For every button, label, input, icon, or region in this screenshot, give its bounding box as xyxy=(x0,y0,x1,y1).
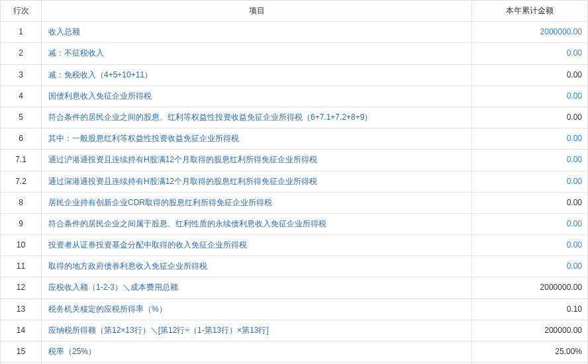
row-item: 税务机关核定的应税所得率（%） xyxy=(42,298,472,320)
table-row: 7.1通过沪港通投资且连续持有H股满12个月取得的股息红利所得免征企业所得税0.… xyxy=(1,150,588,171)
row-amount: 0.00 xyxy=(472,192,588,213)
row-item: 减：不征税收入 xyxy=(42,43,472,64)
row-item: 取得的地方政府债券利息收入免征企业所得税 xyxy=(42,256,472,277)
row-number: 13 xyxy=(1,298,42,320)
row-number: 5 xyxy=(1,107,42,128)
row-item: 减：免税收入（4+5+10+11） xyxy=(42,64,472,85)
row-number: 8 xyxy=(1,192,42,213)
row-number: 3 xyxy=(1,64,42,85)
row-number: 14 xyxy=(1,320,42,341)
row-item: 符合条件的居民企业之间属于股息、红利性质的永续债利息收入免征企业所得税 xyxy=(42,213,472,234)
col-header-amount: 本年累计金额 xyxy=(472,1,588,22)
table-row: 15税率（25%）25.00% xyxy=(1,341,588,363)
row-number: 2 xyxy=(1,43,42,64)
row-number: 10 xyxy=(1,235,42,256)
table-row: 7.2通过深港通投资且连续持有H股满12个月取得的股息红利所得免征企业所得税0.… xyxy=(1,171,588,192)
row-number: 11 xyxy=(1,256,42,277)
row-amount[interactable]: 0.00 xyxy=(472,150,588,171)
table-row: 3减：免税收入（4+5+10+11）0.00 xyxy=(1,64,588,85)
table-row: 11取得的地方政府债券利息收入免征企业所得税0.00 xyxy=(1,256,588,277)
row-number: 1 xyxy=(1,22,42,43)
row-item: 投资者从证券投资基金分配中取得的收入免征企业所得税 xyxy=(42,235,472,256)
row-amount: 0.00 xyxy=(472,107,588,128)
table-row: 4国债利息收入免征企业所得税0.00 xyxy=(1,85,588,107)
row-amount: 200000.00 xyxy=(472,320,588,341)
table-row: 13税务机关核定的应税所得率（%）0.10 xyxy=(1,298,588,320)
row-item: 符合条件的居民企业之间的股息、红利等权益性投资收益免征企业所得税（6+7.1+7… xyxy=(42,107,472,128)
table-row: 5符合条件的居民企业之间的股息、红利等权益性投资收益免征企业所得税（6+7.1+… xyxy=(1,107,588,128)
table-row: 8居民企业持有创新企业CDR取得的股息红利所得免征企业所得税0.00 xyxy=(1,192,588,213)
row-amount[interactable]: 0.00 xyxy=(472,235,588,256)
row-item: 应纳税所得额（第12×13行）＼[第12行÷（1-第13行）×第13行] xyxy=(42,320,472,341)
row-item: 通过沪港通投资且连续持有H股满12个月取得的股息红利所得免征企业所得税 xyxy=(42,150,472,171)
row-amount[interactable]: 0.00 xyxy=(472,85,588,107)
row-item: 收入总额 xyxy=(42,22,472,43)
row-amount[interactable]: 0.00 xyxy=(472,256,588,277)
table-row: 14应纳税所得额（第12×13行）＼[第12行÷（1-第13行）×第13行]20… xyxy=(1,320,588,341)
table-row: 1收入总额2000000.00 xyxy=(1,22,588,43)
row-number: 6 xyxy=(1,128,42,150)
col-header-item: 项目 xyxy=(42,1,472,22)
row-amount[interactable]: 0.00 xyxy=(472,171,588,192)
row-number: 7.1 xyxy=(1,150,42,171)
row-number: 12 xyxy=(1,277,42,298)
tax-report-table: 行次 项目 本年累计金额 1收入总额2000000.002减：不征税收入0.00… xyxy=(0,0,588,364)
row-number: 15 xyxy=(1,341,42,363)
table-header-row: 行次 项目 本年累计金额 xyxy=(1,1,588,22)
row-amount[interactable]: 2000000.00 xyxy=(472,22,588,43)
row-amount: 25.00% xyxy=(472,341,588,363)
row-item: 税率（25%） xyxy=(42,341,472,363)
row-amount[interactable]: 0.00 xyxy=(472,43,588,64)
table-row: 12应税收入额（1-2-3）＼成本费用总额2000000.00 xyxy=(1,277,588,298)
table-row: 6其中：一般股息红利等权益性投资收益免征企业所得税0.00 xyxy=(1,128,588,150)
row-item: 国债利息收入免征企业所得税 xyxy=(42,85,472,107)
row-amount[interactable]: 0.00 xyxy=(472,128,588,150)
table-row: 9符合条件的居民企业之间属于股息、红利性质的永续债利息收入免征企业所得税0.00 xyxy=(1,213,588,234)
row-item: 应税收入额（1-2-3）＼成本费用总额 xyxy=(42,277,472,298)
table-row: 2减：不征税收入0.00 xyxy=(1,43,588,64)
row-amount: 2000000.00 xyxy=(472,277,588,298)
row-amount: 0.10 xyxy=(472,298,588,320)
row-amount[interactable]: 0.00 xyxy=(472,213,588,234)
row-item: 通过深港通投资且连续持有H股满12个月取得的股息红利所得免征企业所得税 xyxy=(42,171,472,192)
row-number: 4 xyxy=(1,85,42,107)
row-item: 其中：一般股息红利等权益性投资收益免征企业所得税 xyxy=(42,128,472,150)
row-item: 居民企业持有创新企业CDR取得的股息红利所得免征企业所得税 xyxy=(42,192,472,213)
row-number: 9 xyxy=(1,213,42,234)
row-number: 7.2 xyxy=(1,171,42,192)
row-amount: 0.00 xyxy=(472,64,588,85)
col-header-rownum: 行次 xyxy=(1,1,42,22)
table-row: 10投资者从证券投资基金分配中取得的收入免征企业所得税0.00 xyxy=(1,235,588,256)
